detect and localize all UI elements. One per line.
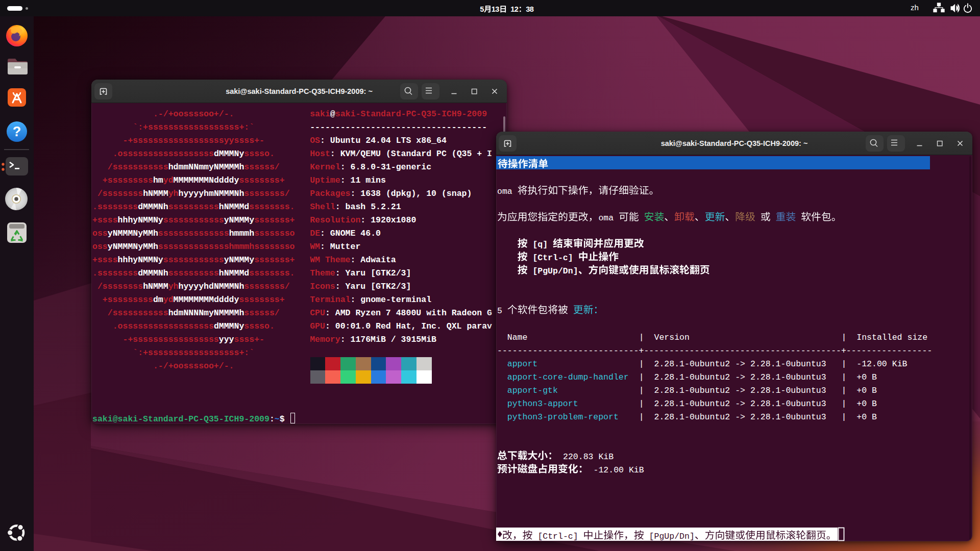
svg-text:8: 8 [530,5,534,13]
svg-text:5: 5 [480,5,484,13]
svg-text:?: ? [13,124,21,139]
svg-text:3: 3 [495,5,499,13]
svg-text:2: 2 [514,5,519,13]
